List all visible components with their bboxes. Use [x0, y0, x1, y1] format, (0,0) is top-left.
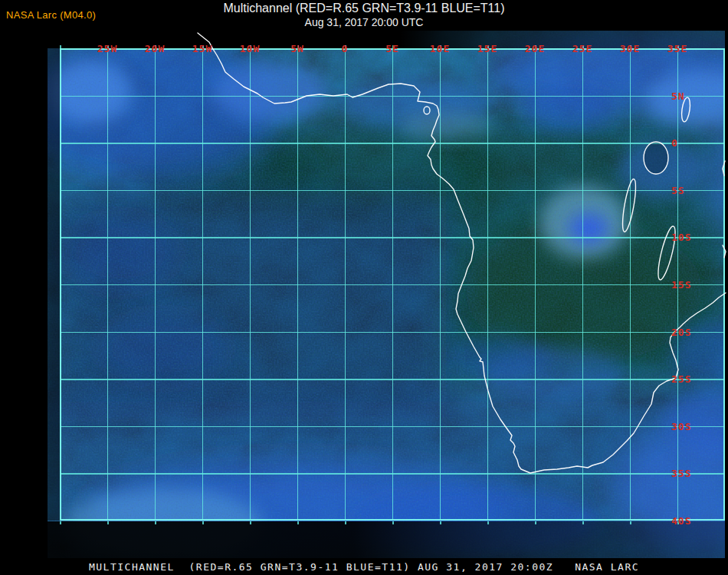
page-title: Multichannel (RED=R.65 GRN=T3.9-11 BLUE=…: [0, 2, 728, 15]
coastline-overlay: [48, 31, 726, 558]
satellite-product-page: { "header": { "credit": "NASA Larc (M04.…: [0, 0, 728, 575]
page-subtitle: Aug 31, 2017 20:00 UTC: [0, 16, 728, 28]
satellite-image: 25W20W15W10W5W05E10E15E20E25E30E35E 5N05…: [48, 31, 726, 558]
footer-caption: MULTICHANNEL (RED=R.65 GRN=T3.9-11 BLUE=…: [0, 561, 728, 573]
